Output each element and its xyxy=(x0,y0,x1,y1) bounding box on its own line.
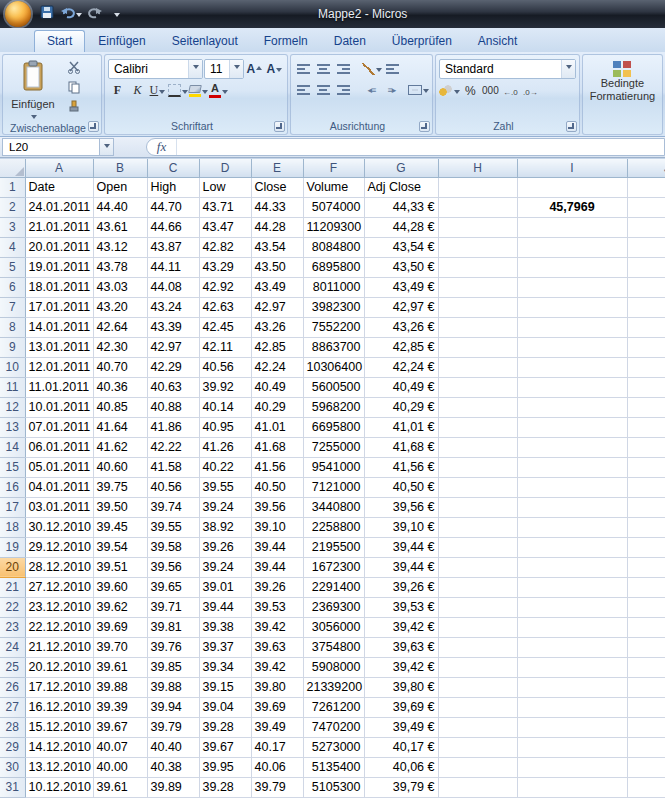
cell-C24[interactable]: 39.76 xyxy=(147,637,199,657)
cell-A24[interactable]: 21.12.2010 xyxy=(25,637,93,657)
cell-I12[interactable] xyxy=(517,397,627,417)
cell-A13[interactable]: 07.01.2011 xyxy=(25,417,93,437)
shrink-font-button[interactable]: A xyxy=(265,60,284,79)
row-header-14[interactable]: 14 xyxy=(0,437,25,457)
cell-G22[interactable]: 39,53 € xyxy=(364,597,438,617)
row-header-6[interactable]: 6 xyxy=(0,277,25,297)
cell-I30[interactable] xyxy=(517,757,627,777)
row-header-23[interactable]: 23 xyxy=(0,617,25,637)
cell-J22[interactable] xyxy=(627,597,665,617)
cell-G20[interactable]: 39,44 € xyxy=(364,557,438,577)
cell-B21[interactable]: 39.60 xyxy=(93,577,147,597)
formula-input[interactable] xyxy=(177,139,664,155)
align-bottom-button[interactable] xyxy=(334,59,353,78)
cell-E24[interactable]: 39.63 xyxy=(251,637,303,657)
cell-J3[interactable] xyxy=(627,217,665,237)
redo-button[interactable] xyxy=(86,4,104,24)
cell-I5[interactable] xyxy=(517,257,627,277)
cell-B31[interactable]: 39.61 xyxy=(93,777,147,797)
currency-format-button[interactable] xyxy=(439,81,460,100)
cell-A1[interactable]: Date xyxy=(25,177,93,197)
cell-F2[interactable]: 5074000 xyxy=(303,197,364,217)
cell-G11[interactable]: 40,49 € xyxy=(364,377,438,397)
cell-B16[interactable]: 39.75 xyxy=(93,477,147,497)
cell-H30[interactable] xyxy=(438,757,517,777)
cell-C20[interactable]: 39.56 xyxy=(147,557,199,577)
cell-I16[interactable] xyxy=(517,477,627,497)
cell-A5[interactable]: 19.01.2011 xyxy=(25,257,93,277)
cell-D9[interactable]: 42.11 xyxy=(199,337,251,357)
cell-F13[interactable]: 6695800 xyxy=(303,417,364,437)
cell-C16[interactable]: 40.56 xyxy=(147,477,199,497)
cell-D21[interactable]: 39.01 xyxy=(199,577,251,597)
cell-D31[interactable]: 39.28 xyxy=(199,777,251,797)
cell-D20[interactable]: 39.24 xyxy=(199,557,251,577)
cell-B27[interactable]: 39.39 xyxy=(93,697,147,717)
cell-A28[interactable]: 15.12.2010 xyxy=(25,717,93,737)
cell-C29[interactable]: 40.40 xyxy=(147,737,199,757)
cell-C22[interactable]: 39.71 xyxy=(147,597,199,617)
cell-J7[interactable] xyxy=(627,297,665,317)
tab-einfügen[interactable]: Einfügen xyxy=(85,31,158,52)
cell-F1[interactable]: Volume xyxy=(303,177,364,197)
col-header-A[interactable]: A xyxy=(25,159,93,177)
cell-A14[interactable]: 06.01.2011 xyxy=(25,437,93,457)
cell-H11[interactable] xyxy=(438,377,517,397)
cell-D23[interactable]: 39.38 xyxy=(199,617,251,637)
cell-H3[interactable] xyxy=(438,217,517,237)
cell-I29[interactable] xyxy=(517,737,627,757)
cell-C7[interactable]: 43.24 xyxy=(147,297,199,317)
cell-B23[interactable]: 39.69 xyxy=(93,617,147,637)
cell-E15[interactable]: 41.56 xyxy=(251,457,303,477)
cell-I15[interactable] xyxy=(517,457,627,477)
cell-B10[interactable]: 40.70 xyxy=(93,357,147,377)
cell-B13[interactable]: 41.64 xyxy=(93,417,147,437)
cell-C2[interactable]: 44.70 xyxy=(147,197,199,217)
cell-A7[interactable]: 17.01.2011 xyxy=(25,297,93,317)
row-header-30[interactable]: 30 xyxy=(0,757,25,777)
col-header-C[interactable]: C xyxy=(147,159,199,177)
cell-D16[interactable]: 39.55 xyxy=(199,477,251,497)
cell-I9[interactable] xyxy=(517,337,627,357)
cell-I3[interactable] xyxy=(517,217,627,237)
cell-I22[interactable] xyxy=(517,597,627,617)
cell-I24[interactable] xyxy=(517,637,627,657)
cell-J12[interactable] xyxy=(627,397,665,417)
row-header-11[interactable]: 11 xyxy=(0,377,25,397)
cell-F14[interactable]: 7255000 xyxy=(303,437,364,457)
underline-button[interactable]: U xyxy=(148,81,167,100)
cell-F15[interactable]: 9541000 xyxy=(303,457,364,477)
cell-I23[interactable] xyxy=(517,617,627,637)
row-header-16[interactable]: 16 xyxy=(0,477,25,497)
cell-I11[interactable] xyxy=(517,377,627,397)
number-dialog-launcher[interactable] xyxy=(566,121,577,132)
cell-B24[interactable]: 39.70 xyxy=(93,637,147,657)
alignment-dialog-launcher[interactable] xyxy=(419,121,430,132)
cell-F21[interactable]: 2291400 xyxy=(303,577,364,597)
save-button[interactable] xyxy=(38,4,56,24)
cell-I14[interactable] xyxy=(517,437,627,457)
cell-A2[interactable]: 24.01.2011 xyxy=(25,197,93,217)
cell-E20[interactable]: 39.44 xyxy=(251,557,303,577)
insert-function-button[interactable]: fx xyxy=(147,139,177,155)
tab-ansicht[interactable]: Ansicht xyxy=(465,31,530,52)
cell-E9[interactable]: 42.85 xyxy=(251,337,303,357)
cell-E25[interactable]: 39.42 xyxy=(251,657,303,677)
cell-J6[interactable] xyxy=(627,277,665,297)
cell-G17[interactable]: 39,56 € xyxy=(364,497,438,517)
cell-G23[interactable]: 39,42 € xyxy=(364,617,438,637)
select-all-corner[interactable] xyxy=(0,159,25,177)
cell-I19[interactable] xyxy=(517,537,627,557)
cell-I7[interactable] xyxy=(517,297,627,317)
cell-F7[interactable]: 3982300 xyxy=(303,297,364,317)
cell-D26[interactable]: 39.15 xyxy=(199,677,251,697)
cell-E26[interactable]: 39.80 xyxy=(251,677,303,697)
cell-J30[interactable] xyxy=(627,757,665,777)
cell-B30[interactable]: 40.00 xyxy=(93,757,147,777)
cell-A22[interactable]: 23.12.2010 xyxy=(25,597,93,617)
cell-A19[interactable]: 29.12.2010 xyxy=(25,537,93,557)
cell-A4[interactable]: 20.01.2011 xyxy=(25,237,93,257)
cell-E22[interactable]: 39.53 xyxy=(251,597,303,617)
italic-button[interactable]: K xyxy=(128,81,147,100)
cell-C12[interactable]: 40.88 xyxy=(147,397,199,417)
